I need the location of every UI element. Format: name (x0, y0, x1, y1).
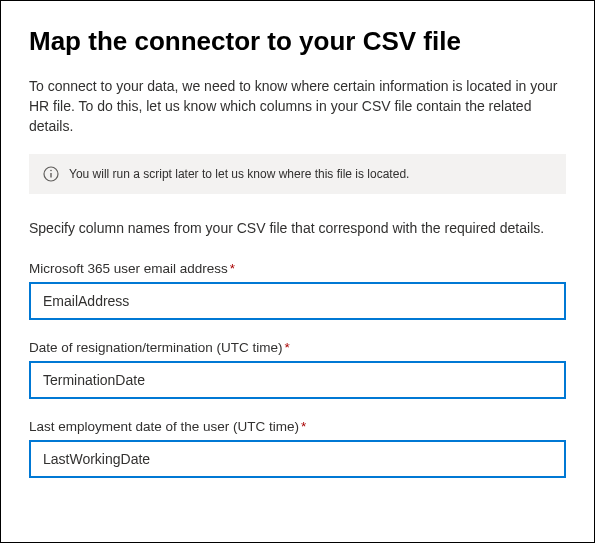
instruction-text: Specify column names from your CSV file … (29, 218, 566, 238)
page-title: Map the connector to your CSV file (29, 25, 566, 58)
field-termination-date: Date of resignation/termination (UTC tim… (29, 340, 566, 399)
description-text: To connect to your data, we need to know… (29, 76, 566, 137)
field-label-text: Date of resignation/termination (UTC tim… (29, 340, 283, 355)
field-last-working-date: Last employment date of the user (UTC ti… (29, 419, 566, 478)
termination-date-input[interactable] (29, 361, 566, 399)
field-label: Microsoft 365 user email address* (29, 261, 566, 276)
field-label: Last employment date of the user (UTC ti… (29, 419, 566, 434)
field-email-address: Microsoft 365 user email address* (29, 261, 566, 320)
required-indicator: * (301, 419, 306, 434)
field-label: Date of resignation/termination (UTC tim… (29, 340, 566, 355)
last-working-date-input[interactable] (29, 440, 566, 478)
info-banner-text: You will run a script later to let us kn… (69, 167, 409, 181)
email-address-input[interactable] (29, 282, 566, 320)
info-banner: You will run a script later to let us kn… (29, 154, 566, 194)
svg-point-2 (50, 170, 52, 172)
info-icon (43, 166, 59, 182)
field-label-text: Microsoft 365 user email address (29, 261, 228, 276)
required-indicator: * (230, 261, 235, 276)
field-label-text: Last employment date of the user (UTC ti… (29, 419, 299, 434)
required-indicator: * (285, 340, 290, 355)
